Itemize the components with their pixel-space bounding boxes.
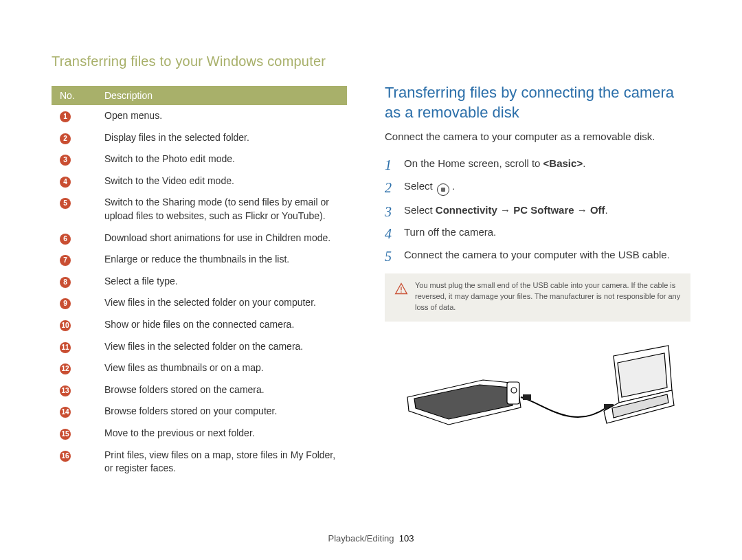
manual-page: Transferring files to your Windows compu… [0,0,742,560]
row-description: Select a file type. [96,271,347,293]
table-row: 4Switch to the Video edit mode. [52,170,347,192]
row-number-cell: 10 [52,314,96,336]
table-row: 2Display files in the selected folder. [52,127,347,149]
th-description: Description [96,86,347,105]
footer-section: Playback/Editing [328,533,394,544]
table-row: 15Move to the previous or next folder. [52,423,347,445]
table-row: 9View files in the selected folder on yo… [52,292,347,314]
svg-rect-4 [523,394,531,400]
row-number-cell: 7 [52,249,96,271]
row-number-cell: 4 [52,170,96,192]
number-badge-icon: 10 [60,320,71,331]
row-description: Browse folders stored on your computer. [96,401,347,423]
row-number-cell: 13 [52,379,96,401]
step-2: 2 Select . [385,179,690,203]
number-badge-icon: 4 [60,177,71,188]
step-3-arrow2: → [574,204,590,216]
right-column: Transferring files by connecting the cam… [385,86,690,480]
row-number-cell: 15 [52,423,96,445]
number-badge-icon: 9 [60,298,71,309]
row-description: Enlarge or reduce the thumbnails in the … [96,249,347,271]
table-row: 1Open menus. [52,105,347,127]
step-number: 3 [385,201,392,222]
table-row: 11View files in the selected folder on t… [52,336,347,358]
number-badge-icon: 13 [60,385,71,396]
row-description: Download short animations for use in Chi… [96,227,347,249]
svg-point-1 [401,291,402,293]
step-4-text: Turn off the camera. [404,226,496,238]
row-description: View files in the selected folder on the… [96,336,347,358]
row-number-cell: 9 [52,292,96,314]
section-title: Transferring files by connecting the cam… [385,83,690,122]
table-row: 13Browse folders stored on the camera. [52,379,347,401]
step-1-text-post: . [583,157,585,169]
step-3-b1: Connectivity [436,204,497,216]
step-2-text-post: . [452,180,455,192]
step-number: 2 [385,177,392,198]
row-number-cell: 5 [52,192,96,227]
step-2-text-pre: Select [404,180,436,192]
number-badge-icon: 6 [60,234,71,245]
row-number-cell: 3 [52,148,96,170]
table-row: 6Download short animations for use in Ch… [52,227,347,249]
step-3-b2: PC Software [513,204,574,216]
number-badge-icon: 7 [60,255,71,266]
number-badge-icon: 11 [60,342,71,353]
row-number-cell: 12 [52,357,96,379]
svg-point-3 [511,388,517,393]
camera-laptop-diagram [385,342,690,445]
th-no: No. [52,86,96,105]
table-row: 10Show or hide files on the connected ca… [52,314,347,336]
table-row: 14Browse folders stored on your computer… [52,401,347,423]
page-header-title: Transferring files to your Windows compu… [52,54,701,69]
row-description: Print files, view files on a map, store … [96,445,347,480]
step-number: 1 [385,155,392,175]
number-badge-icon: 2 [60,133,71,144]
row-description: View files as thumbnails or on a map. [96,357,347,379]
number-badge-icon: 5 [60,198,71,209]
row-number-cell: 6 [52,227,96,249]
number-badge-icon: 3 [60,155,71,166]
table-row: 5Switch to the Sharing mode (to send fil… [52,192,347,227]
row-description: Show or hide files on the connected came… [96,314,347,336]
table-row: 12View files as thumbnails or on a map. [52,357,347,379]
row-description: Move to the previous or next folder. [96,423,347,445]
number-badge-icon: 16 [60,451,71,462]
steps-list: 1 On the Home screen, scroll to <Basic>.… [385,156,690,269]
step-3-b3: Off [590,204,605,216]
row-description: Switch to the Video edit mode. [96,170,347,192]
step-number: 4 [385,223,392,244]
row-number-cell: 8 [52,271,96,293]
description-table: No. Description 1Open menus.2Display fil… [52,86,347,480]
page-number: 103 [399,533,414,544]
step-4: 4 Turn off the camera. [385,225,690,247]
warning-text: You must plug the small end of the USB c… [415,280,681,313]
row-number-cell: 14 [52,401,96,423]
row-description: View files in the selected folder on you… [96,292,347,314]
step-5-text: Connect the camera to your computer with… [404,249,670,260]
table-row: 16Print files, view files on a map, stor… [52,445,347,480]
table-row: 7Enlarge or reduce the thumbnails in the… [52,249,347,271]
row-description: Display files in the selected folder. [96,127,347,149]
warning-note: You must plug the small end of the USB c… [385,273,690,322]
row-number-cell: 11 [52,336,96,358]
row-description: Switch to the Sharing mode (to send file… [96,192,347,227]
number-badge-icon: 8 [60,277,71,288]
step-3-arrow1: → [497,204,513,216]
content-columns: No. Description 1Open menus.2Display fil… [52,86,701,480]
row-description: Switch to the Photo edit mode. [96,148,347,170]
page-footer: Playback/Editing 103 [0,533,742,544]
row-description: Open menus. [96,105,347,127]
table-row: 8Select a file type. [52,271,347,293]
warning-triangle-icon [394,282,408,313]
number-badge-icon: 14 [60,407,71,418]
step-1-bold: <Basic> [543,157,583,169]
section-intro: Connect the camera to your computer as a… [385,129,690,144]
row-number-cell: 16 [52,445,96,480]
number-badge-icon: 15 [60,429,71,440]
row-number-cell: 2 [52,127,96,149]
step-1-text-pre: On the Home screen, scroll to [404,157,543,169]
step-number: 5 [385,246,392,267]
table-row: 3Switch to the Photo edit mode. [52,148,347,170]
step-3-post: . [605,204,608,216]
